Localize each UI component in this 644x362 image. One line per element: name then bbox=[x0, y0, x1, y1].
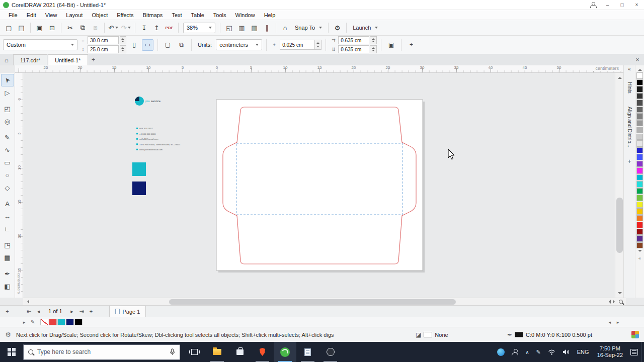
show-rulers-button[interactable]: ▥ bbox=[235, 22, 248, 34]
duplicate-y-input[interactable]: 0.635 cm bbox=[338, 45, 369, 53]
palette-swatch[interactable] bbox=[636, 215, 643, 222]
taskbar-clock[interactable]: 7:50 PM 16-Sep-22 bbox=[593, 345, 627, 358]
palette-flyout-button[interactable]: « bbox=[635, 255, 644, 261]
print-button[interactable]: ⊡ bbox=[46, 22, 58, 34]
transparency-tool[interactable]: ▦ bbox=[1, 251, 14, 264]
edge-tray-button[interactable] bbox=[494, 342, 508, 362]
current-page-size-button[interactable]: ▢ bbox=[162, 39, 174, 51]
brave-taskbar-button[interactable] bbox=[251, 342, 274, 362]
page-height-spinner[interactable] bbox=[120, 45, 126, 53]
interactive-fill-tool[interactable]: ◧ bbox=[1, 280, 14, 293]
palette-swatch[interactable] bbox=[636, 79, 643, 86]
duplicate-x-spinner[interactable] bbox=[370, 36, 377, 44]
cut-button[interactable]: ✂ bbox=[64, 22, 76, 34]
import-button[interactable]: ↧ bbox=[138, 22, 150, 34]
add-page-after-button[interactable]: + bbox=[87, 307, 96, 316]
drawing-area[interactable]: pro service 803-303-0957+1 000 000 0000r… bbox=[23, 73, 615, 298]
launch-menu-button[interactable]: Launch bbox=[349, 25, 381, 31]
zoom-levels-select[interactable]: 38% bbox=[183, 23, 215, 33]
palette-swatch[interactable] bbox=[636, 174, 643, 181]
palette-swatch[interactable] bbox=[636, 120, 643, 127]
palette-swatch[interactable] bbox=[636, 222, 643, 228]
palette-swatch[interactable] bbox=[636, 202, 643, 208]
save-button[interactable]: ▣ bbox=[33, 22, 46, 34]
document-tab-117cdr[interactable]: 117.cdr* bbox=[13, 54, 47, 65]
menu-object[interactable]: Object bbox=[87, 10, 112, 20]
new-document-button[interactable]: ▢ bbox=[3, 22, 15, 34]
pick-tool[interactable]: ➤ bbox=[1, 74, 14, 86]
new-document-tab-button[interactable]: + bbox=[89, 55, 99, 65]
menu-file[interactable]: File bbox=[4, 10, 22, 20]
outline-color-swatch[interactable] bbox=[515, 332, 523, 337]
hidden-icons-button[interactable]: ∧ bbox=[522, 342, 532, 362]
duplicate-x-input[interactable]: 0.635 cm bbox=[338, 36, 369, 44]
menu-help[interactable]: Help bbox=[260, 10, 280, 20]
palette-swatch[interactable] bbox=[636, 86, 643, 93]
coreldraw-taskbar-button[interactable] bbox=[274, 342, 296, 362]
letterhead-logo[interactable]: pro service bbox=[135, 97, 161, 106]
palette-swatch[interactable] bbox=[636, 167, 643, 174]
account-button[interactable] bbox=[586, 0, 600, 10]
crop-tool[interactable]: ◰ bbox=[1, 103, 14, 115]
contact-block[interactable]: 803-303-0957+1 000 000 0000reilly34@gmai… bbox=[136, 127, 181, 151]
last-page-button[interactable]: ⇥ bbox=[77, 307, 87, 316]
export-button[interactable]: ↥ bbox=[150, 22, 163, 34]
palette-swatch[interactable] bbox=[636, 229, 643, 235]
palette-swatch[interactable] bbox=[636, 107, 643, 113]
menu-effects[interactable]: Effects bbox=[112, 10, 138, 20]
menu-bitmaps[interactable]: Bitmaps bbox=[138, 10, 168, 20]
store-taskbar-button[interactable] bbox=[228, 342, 251, 362]
horizontal-scrollbar[interactable] bbox=[23, 298, 606, 305]
portrait-button[interactable]: ▯ bbox=[128, 39, 140, 51]
shape-tool[interactable]: ▷ bbox=[1, 86, 14, 99]
page-width-input[interactable]: 30.0 cm bbox=[88, 36, 119, 44]
docker-tab-1[interactable]: Align and Distrib... bbox=[627, 102, 632, 152]
rectangle-tool[interactable]: ▭ bbox=[1, 156, 14, 169]
palette-swatch[interactable] bbox=[636, 127, 643, 133]
expand-dockers-button[interactable]: « bbox=[628, 65, 631, 73]
palette-swatch[interactable] bbox=[636, 235, 643, 242]
horizontal-ruler[interactable]: 25201510505101520253035404550 centimeter… bbox=[15, 65, 624, 73]
action-center-button[interactable] bbox=[627, 342, 641, 362]
options-button[interactable]: ⚙ bbox=[331, 22, 344, 34]
quick-zoom-button[interactable] bbox=[618, 298, 624, 306]
duplicate-y-spinner[interactable] bbox=[370, 45, 377, 53]
palette-swatch[interactable] bbox=[636, 161, 643, 167]
full-screen-preview-button[interactable]: ◱ bbox=[223, 22, 235, 34]
ellipse-tool[interactable]: ○ bbox=[1, 169, 14, 182]
palette-swatch[interactable] bbox=[636, 147, 643, 154]
palette-swatch[interactable] bbox=[636, 208, 643, 215]
menu-tools[interactable]: Tools bbox=[209, 10, 231, 20]
close-button[interactable]: × bbox=[629, 0, 644, 10]
palette-swatch[interactable] bbox=[636, 93, 643, 100]
maximize-button[interactable]: □ bbox=[615, 0, 629, 10]
doc-palette-scroll-right-button[interactable]: ▸ bbox=[614, 320, 622, 325]
customize-property-bar-button[interactable]: + bbox=[406, 39, 417, 51]
palette-swatch[interactable] bbox=[636, 72, 643, 79]
palette-swatch[interactable] bbox=[636, 113, 643, 120]
add-page-button[interactable]: + bbox=[3, 307, 12, 316]
vertical-scroll-thumb[interactable] bbox=[616, 198, 623, 253]
horizontal-scroll-thumb[interactable] bbox=[169, 299, 456, 305]
text-tool[interactable]: A bbox=[1, 198, 14, 210]
volume-tray-button[interactable] bbox=[559, 342, 573, 362]
next-page-button[interactable]: ▸ bbox=[67, 307, 77, 316]
document-palette-swatch[interactable] bbox=[66, 319, 74, 325]
undo-button[interactable]: ↶ bbox=[107, 22, 120, 34]
start-button[interactable] bbox=[0, 342, 23, 362]
menu-layout[interactable]: Layout bbox=[61, 10, 87, 20]
people-tray-button[interactable] bbox=[508, 342, 522, 362]
menu-edit[interactable]: Edit bbox=[22, 10, 41, 20]
close-document-button[interactable]: × bbox=[631, 54, 644, 65]
palette-swatch[interactable] bbox=[636, 154, 643, 160]
nudge-spinner[interactable] bbox=[315, 40, 321, 50]
scroll-down-button[interactable] bbox=[615, 290, 624, 298]
drop-shadow-tool[interactable]: ◳ bbox=[1, 239, 14, 251]
all-pages-size-button[interactable]: ⧉ bbox=[176, 39, 187, 51]
nudge-input[interactable]: 0.025 cm bbox=[280, 40, 315, 50]
document-tab-untitled-1[interactable]: Untitled-1* bbox=[48, 54, 88, 65]
status-bar-settings-button[interactable]: ⚙ bbox=[0, 331, 16, 338]
docker-tab-0[interactable]: Hints bbox=[627, 77, 632, 98]
vertical-scrollbar[interactable] bbox=[615, 73, 623, 298]
welcome-screen-tab[interactable]: ⌂ bbox=[0, 54, 13, 65]
